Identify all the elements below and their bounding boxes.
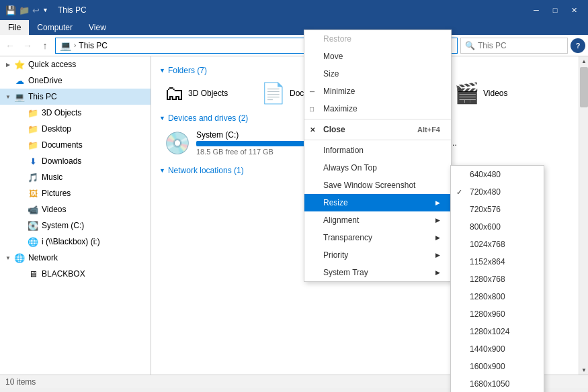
menu-item-maximize[interactable]: □ Maximize — [304, 100, 451, 117]
submenu-item-720x480[interactable]: ✓ 720x480 — [451, 183, 544, 201]
system-tray-arrow: ▶ — [435, 269, 440, 276]
transparency-arrow: ▶ — [435, 234, 440, 241]
1600x900-label: 1600x900 — [470, 362, 505, 371]
move-label: Move — [323, 52, 343, 61]
1152x864-label: 1152x864 — [470, 257, 505, 266]
720x576-label: 720x576 — [470, 205, 501, 214]
menu-item-alignment[interactable]: Alignment ▶ — [304, 211, 451, 229]
submenu-item-800x600[interactable]: 800x600 — [451, 218, 544, 236]
submenu-item-1024x768[interactable]: 1024x768 — [451, 236, 544, 253]
restore-label: Restore — [323, 34, 351, 44]
menu-divider-2 — [304, 140, 451, 140]
720x480-check: ✓ — [456, 188, 462, 197]
size-label: Size — [323, 69, 339, 79]
context-menu: Restore Move Size ─ Minimize □ Maximize … — [304, 30, 452, 282]
submenu-item-1280x1024[interactable]: 1280x1024 — [451, 323, 544, 340]
close-shortcut: Alt+F4 — [417, 126, 440, 134]
transparency-label: Transparency — [323, 233, 372, 242]
1280x1024-label: 1280x1024 — [470, 327, 509, 336]
menu-item-close[interactable]: ✕ Close Alt+F4 — [304, 121, 451, 138]
submenu-item-720x576[interactable]: 720x576 — [451, 201, 544, 218]
alignment-arrow: ▶ — [435, 217, 440, 224]
resize-arrow: ▶ — [435, 199, 440, 206]
menu-item-information[interactable]: Information — [304, 142, 451, 159]
menu-item-transparency[interactable]: Transparency ▶ — [304, 229, 451, 246]
menu-item-move[interactable]: Move — [304, 48, 451, 65]
1280x768-label: 1280x768 — [470, 275, 505, 284]
menu-item-resize[interactable]: Resize ▶ — [304, 194, 451, 211]
menu-item-restore[interactable]: Restore — [304, 30, 451, 48]
1024x768-label: 1024x768 — [470, 240, 505, 249]
menu-item-priority[interactable]: Priority ▶ — [304, 246, 451, 264]
menu-item-size[interactable]: Size — [304, 65, 451, 83]
submenu-item-1280x768[interactable]: 1280x768 — [451, 271, 544, 288]
1280x960-label: 1280x960 — [470, 309, 505, 319]
maximize-icon: □ — [310, 105, 314, 113]
priority-arrow: ▶ — [435, 252, 440, 258]
menu-item-system-tray[interactable]: System Tray ▶ — [304, 264, 451, 281]
menu-divider-1 — [304, 119, 451, 119]
always-on-top-label: Always On Top — [323, 163, 377, 173]
640x480-label: 640x480 — [470, 170, 501, 179]
menu-item-minimize[interactable]: ─ Minimize — [304, 83, 451, 100]
menu-item-save-screenshot[interactable]: Save Window Screenshot — [304, 177, 451, 194]
submenu-item-1152x864[interactable]: 1152x864 — [451, 253, 544, 271]
1680x1050-label: 1680x1050 — [470, 379, 509, 389]
context-menu-overlay: Restore Move Size ─ Minimize □ Maximize … — [0, 0, 588, 392]
save-screenshot-label: Save Window Screenshot — [323, 181, 415, 190]
alignment-label: Alignment — [323, 215, 359, 225]
close-icon: ✕ — [310, 126, 315, 134]
minimize-label: Minimize — [323, 87, 355, 96]
resize-submenu: 640x480 ✓ 720x480 720x576 800x600 1024x7… — [450, 165, 544, 392]
submenu-item-1600x900[interactable]: 1600x900 — [451, 358, 544, 375]
submenu-item-1280x800[interactable]: 1280x800 — [451, 288, 544, 305]
maximize-label: Maximize — [323, 104, 358, 113]
close-label: Close — [323, 125, 345, 134]
submenu-item-1440x900[interactable]: 1440x900 — [451, 340, 544, 358]
submenu-item-1680x1050[interactable]: 1680x1050 — [451, 375, 544, 392]
system-tray-label: System Tray — [323, 268, 368, 277]
resize-label: Resize — [323, 198, 348, 207]
1280x800-label: 1280x800 — [470, 292, 505, 301]
1440x900-label: 1440x900 — [470, 344, 505, 354]
information-label: Information — [323, 146, 364, 155]
submenu-item-1280x960[interactable]: 1280x960 — [451, 305, 544, 323]
menu-item-always-on-top[interactable]: Always On Top — [304, 159, 451, 177]
minimize-icon: ─ — [310, 88, 314, 95]
priority-label: Priority — [323, 250, 348, 260]
submenu-item-640x480[interactable]: 640x480 — [451, 166, 544, 183]
720x480-label: 720x480 — [470, 187, 501, 197]
800x600-label: 800x600 — [470, 222, 501, 232]
